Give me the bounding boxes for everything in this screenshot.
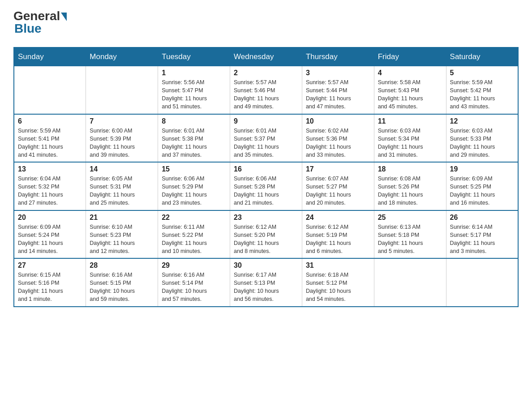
day-number: 8 (162, 117, 226, 125)
day-number: 16 (234, 165, 298, 173)
day-info: Sunrise: 6:15 AM Sunset: 5:16 PM Dayligh… (18, 271, 82, 304)
day-info: Sunrise: 6:17 AM Sunset: 5:13 PM Dayligh… (234, 271, 298, 304)
day-number: 11 (378, 117, 442, 125)
weekday-header-tuesday: Tuesday (158, 47, 230, 66)
day-info: Sunrise: 5:56 AM Sunset: 5:47 PM Dayligh… (162, 78, 226, 111)
day-number: 15 (162, 165, 226, 173)
day-number: 12 (450, 117, 514, 125)
calendar-day-cell: 16Sunrise: 6:06 AM Sunset: 5:28 PM Dayli… (230, 162, 302, 210)
day-info: Sunrise: 6:09 AM Sunset: 5:24 PM Dayligh… (18, 223, 82, 256)
day-number: 18 (378, 165, 442, 173)
weekday-header-sunday: Sunday (14, 47, 86, 66)
day-info: Sunrise: 6:01 AM Sunset: 5:38 PM Dayligh… (162, 127, 226, 159)
day-info: Sunrise: 6:07 AM Sunset: 5:27 PM Dayligh… (306, 175, 370, 207)
logo-blue-text: Blue (14, 21, 42, 36)
day-number: 23 (234, 214, 298, 222)
day-info: Sunrise: 6:16 AM Sunset: 5:15 PM Dayligh… (90, 271, 154, 304)
day-info: Sunrise: 6:01 AM Sunset: 5:37 PM Dayligh… (234, 127, 298, 159)
day-number: 3 (306, 69, 370, 77)
calendar-week-row: 6Sunrise: 5:59 AM Sunset: 5:41 PM Daylig… (14, 114, 518, 163)
calendar-day-cell: 28Sunrise: 6:16 AM Sunset: 5:15 PM Dayli… (86, 258, 158, 307)
calendar-day-cell: 13Sunrise: 6:04 AM Sunset: 5:32 PM Dayli… (14, 162, 86, 210)
day-number: 10 (306, 117, 370, 125)
day-number: 13 (18, 165, 82, 173)
weekday-header-thursday: Thursday (302, 47, 374, 66)
day-number: 25 (378, 214, 442, 222)
calendar-day-cell: 9Sunrise: 6:01 AM Sunset: 5:37 PM Daylig… (230, 114, 302, 163)
day-number: 7 (90, 117, 154, 125)
day-info: Sunrise: 6:12 AM Sunset: 5:19 PM Dayligh… (306, 223, 370, 256)
day-info: Sunrise: 5:57 AM Sunset: 5:44 PM Dayligh… (306, 78, 370, 111)
logo-triangle-icon (61, 13, 67, 21)
calendar-day-cell: 12Sunrise: 6:03 AM Sunset: 5:33 PM Dayli… (446, 114, 518, 163)
calendar-day-cell: 11Sunrise: 6:03 AM Sunset: 5:34 PM Dayli… (374, 114, 446, 163)
day-number: 14 (90, 165, 154, 173)
calendar-day-cell: 29Sunrise: 6:16 AM Sunset: 5:14 PM Dayli… (158, 258, 230, 307)
day-number: 21 (90, 214, 154, 222)
day-number: 1 (162, 69, 226, 77)
calendar-week-row: 1Sunrise: 5:56 AM Sunset: 5:47 PM Daylig… (14, 66, 518, 114)
day-number: 20 (18, 214, 82, 222)
calendar-day-cell: 7Sunrise: 6:00 AM Sunset: 5:39 PM Daylig… (86, 114, 158, 163)
logo: General Blue (13, 9, 67, 38)
day-info: Sunrise: 6:14 AM Sunset: 5:17 PM Dayligh… (450, 223, 514, 256)
day-number: 26 (450, 214, 514, 222)
day-number: 27 (18, 261, 82, 270)
day-number: 30 (234, 261, 298, 270)
day-number: 28 (90, 261, 154, 270)
calendar-day-cell: 24Sunrise: 6:12 AM Sunset: 5:19 PM Dayli… (302, 210, 374, 259)
calendar-day-cell: 3Sunrise: 5:57 AM Sunset: 5:44 PM Daylig… (302, 66, 374, 114)
day-info: Sunrise: 5:57 AM Sunset: 5:46 PM Dayligh… (234, 78, 298, 111)
day-info: Sunrise: 6:03 AM Sunset: 5:33 PM Dayligh… (450, 127, 514, 159)
calendar-day-cell: 26Sunrise: 6:14 AM Sunset: 5:17 PM Dayli… (446, 210, 518, 259)
calendar-day-cell (446, 258, 518, 307)
calendar-day-cell: 30Sunrise: 6:17 AM Sunset: 5:13 PM Dayli… (230, 258, 302, 307)
day-info: Sunrise: 5:59 AM Sunset: 5:41 PM Dayligh… (18, 127, 82, 159)
day-number: 24 (306, 214, 370, 222)
calendar-day-cell: 22Sunrise: 6:11 AM Sunset: 5:22 PM Dayli… (158, 210, 230, 259)
calendar-day-cell: 15Sunrise: 6:06 AM Sunset: 5:29 PM Dayli… (158, 162, 230, 210)
day-info: Sunrise: 6:03 AM Sunset: 5:34 PM Dayligh… (378, 127, 442, 159)
day-info: Sunrise: 5:59 AM Sunset: 5:42 PM Dayligh… (450, 78, 514, 111)
calendar-table: SundayMondayTuesdayWednesdayThursdayFrid… (13, 47, 519, 307)
calendar-day-cell: 20Sunrise: 6:09 AM Sunset: 5:24 PM Dayli… (14, 210, 86, 259)
calendar-day-cell (374, 258, 446, 307)
calendar-day-cell: 6Sunrise: 5:59 AM Sunset: 5:41 PM Daylig… (14, 114, 86, 163)
weekday-header-saturday: Saturday (446, 47, 518, 66)
day-info: Sunrise: 6:06 AM Sunset: 5:28 PM Dayligh… (234, 175, 298, 207)
day-number: 17 (306, 165, 370, 173)
calendar-day-cell: 23Sunrise: 6:12 AM Sunset: 5:20 PM Dayli… (230, 210, 302, 259)
calendar-day-cell: 14Sunrise: 6:05 AM Sunset: 5:31 PM Dayli… (86, 162, 158, 210)
day-info: Sunrise: 6:06 AM Sunset: 5:29 PM Dayligh… (162, 175, 226, 207)
day-number: 22 (162, 214, 226, 222)
calendar-day-cell: 31Sunrise: 6:18 AM Sunset: 5:12 PM Dayli… (302, 258, 374, 307)
calendar-week-row: 27Sunrise: 6:15 AM Sunset: 5:16 PM Dayli… (14, 258, 518, 307)
calendar-day-cell: 21Sunrise: 6:10 AM Sunset: 5:23 PM Dayli… (86, 210, 158, 259)
day-info: Sunrise: 6:16 AM Sunset: 5:14 PM Dayligh… (162, 271, 226, 304)
day-number: 5 (450, 69, 514, 77)
calendar-day-cell: 1Sunrise: 5:56 AM Sunset: 5:47 PM Daylig… (158, 66, 230, 114)
calendar-day-cell: 18Sunrise: 6:08 AM Sunset: 5:26 PM Dayli… (374, 162, 446, 210)
day-number: 29 (162, 261, 226, 270)
weekday-header-friday: Friday (374, 47, 446, 66)
calendar-week-row: 20Sunrise: 6:09 AM Sunset: 5:24 PM Dayli… (14, 210, 518, 259)
calendar-week-row: 13Sunrise: 6:04 AM Sunset: 5:32 PM Dayli… (14, 162, 518, 210)
day-info: Sunrise: 6:09 AM Sunset: 5:25 PM Dayligh… (450, 175, 514, 207)
calendar-day-cell (14, 66, 86, 114)
day-info: Sunrise: 6:04 AM Sunset: 5:32 PM Dayligh… (18, 175, 82, 207)
calendar-day-cell: 2Sunrise: 5:57 AM Sunset: 5:46 PM Daylig… (230, 66, 302, 114)
calendar-day-cell: 5Sunrise: 5:59 AM Sunset: 5:42 PM Daylig… (446, 66, 518, 114)
day-info: Sunrise: 6:10 AM Sunset: 5:23 PM Dayligh… (90, 223, 154, 256)
day-number: 4 (378, 69, 442, 77)
day-info: Sunrise: 6:11 AM Sunset: 5:22 PM Dayligh… (162, 223, 226, 256)
page-header: General Blue (13, 9, 519, 38)
day-info: Sunrise: 5:58 AM Sunset: 5:43 PM Dayligh… (378, 78, 442, 111)
calendar-day-cell: 19Sunrise: 6:09 AM Sunset: 5:25 PM Dayli… (446, 162, 518, 210)
calendar-day-cell: 4Sunrise: 5:58 AM Sunset: 5:43 PM Daylig… (374, 66, 446, 114)
weekday-header-row: SundayMondayTuesdayWednesdayThursdayFrid… (14, 47, 518, 66)
day-info: Sunrise: 6:05 AM Sunset: 5:31 PM Dayligh… (90, 175, 154, 207)
calendar-day-cell: 17Sunrise: 6:07 AM Sunset: 5:27 PM Dayli… (302, 162, 374, 210)
calendar-day-cell: 27Sunrise: 6:15 AM Sunset: 5:16 PM Dayli… (14, 258, 86, 307)
day-number: 19 (450, 165, 514, 173)
day-info: Sunrise: 6:18 AM Sunset: 5:12 PM Dayligh… (306, 271, 370, 304)
